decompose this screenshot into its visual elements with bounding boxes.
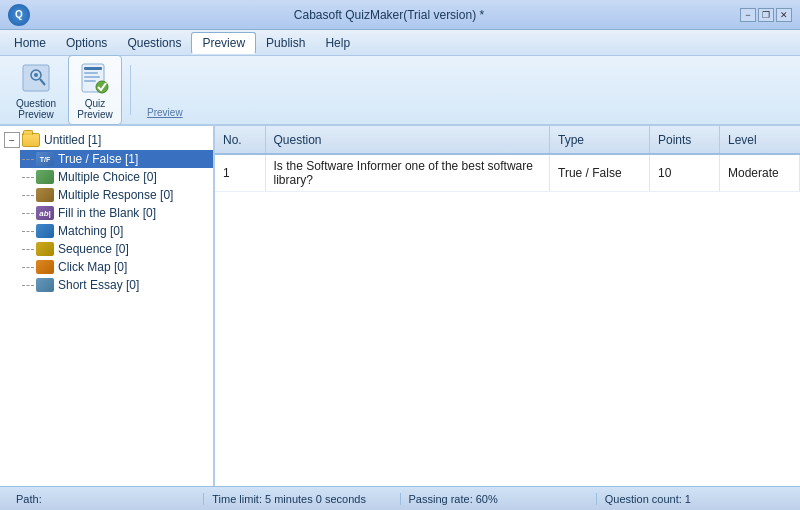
multiple-choice-icon <box>36 170 54 184</box>
dashed-connector-6 <box>22 267 34 268</box>
tree-label-matching: Matching [0] <box>58 224 123 238</box>
status-path: Path: <box>8 493 204 505</box>
menu-bar: Home Options Questions Preview Publish H… <box>0 30 800 56</box>
menu-help[interactable]: Help <box>315 33 360 53</box>
folder-icon <box>22 133 40 147</box>
svg-rect-8 <box>84 80 96 82</box>
table-header-row: No. Question Type Points Level <box>215 126 800 154</box>
dashed-connector-7 <box>22 285 34 286</box>
toolbar-separator <box>130 65 131 115</box>
minimize-button[interactable]: − <box>740 8 756 22</box>
quiz-preview-icon <box>77 60 113 96</box>
toolbar: QuestionPreview QuizPreview Preview <box>0 56 800 126</box>
svg-point-3 <box>34 73 38 77</box>
col-no: No. <box>215 126 265 154</box>
dashed-connector-1 <box>22 177 34 178</box>
tree-root-label: Untitled [1] <box>44 133 101 147</box>
tree-item-multiple-response[interactable]: Multiple Response [0] <box>20 186 213 204</box>
click-map-icon <box>36 260 54 274</box>
menu-home[interactable]: Home <box>4 33 56 53</box>
col-level: Level <box>720 126 800 154</box>
tree-label-true-false: True / False [1] <box>58 152 138 166</box>
tree-item-multiple-choice[interactable]: Multiple Choice [0] <box>20 168 213 186</box>
status-bar: Path: Time limit: 5 minutes 0 seconds Pa… <box>0 486 800 510</box>
short-essay-icon <box>36 278 54 292</box>
cell-question: Is the Software Informer one of the best… <box>265 154 550 192</box>
cell-no: 1 <box>215 154 265 192</box>
matching-icon <box>36 224 54 238</box>
dashed-connector-2 <box>22 195 34 196</box>
menu-publish[interactable]: Publish <box>256 33 315 53</box>
question-preview-icon <box>18 60 54 96</box>
svg-rect-0 <box>23 65 49 91</box>
app-logo: Q <box>8 4 30 26</box>
table-row[interactable]: 1 Is the Software Informer one of the be… <box>215 154 800 192</box>
window-controls: − ❐ ✕ <box>740 8 792 22</box>
questions-table: No. Question Type Points Level 1 Is the … <box>215 126 800 192</box>
tree-item-true-false[interactable]: T/F True / False [1] <box>20 150 213 168</box>
table-area: No. Question Type Points Level 1 Is the … <box>215 126 800 486</box>
tree-label-multiple-response: Multiple Response [0] <box>58 188 173 202</box>
toolbar-section-label: Preview <box>139 105 191 120</box>
app-title: Cabasoft QuizMaker(Trial version) * <box>38 8 740 22</box>
tree-root[interactable]: − Untitled [1] <box>0 130 213 150</box>
title-bar: Q Cabasoft QuizMaker(Trial version) * − … <box>0 0 800 30</box>
multiple-response-icon <box>36 188 54 202</box>
true-false-icon: T/F <box>36 152 54 166</box>
status-question-count: Question count: 1 <box>597 493 792 505</box>
question-preview-label: QuestionPreview <box>16 98 56 120</box>
status-passing-rate: Passing rate: 60% <box>401 493 597 505</box>
dashed-connector-3 <box>22 213 34 214</box>
close-button[interactable]: ✕ <box>776 8 792 22</box>
svg-rect-5 <box>84 67 102 70</box>
tree-label-sequence: Sequence [0] <box>58 242 129 256</box>
menu-options[interactable]: Options <box>56 33 117 53</box>
restore-button[interactable]: ❐ <box>758 8 774 22</box>
fill-blank-icon: ab| <box>36 206 54 220</box>
tree-panel: − Untitled [1] T/F True / False [1] Mult… <box>0 126 215 486</box>
menu-preview[interactable]: Preview <box>191 32 256 54</box>
tree-label-fill-blank: Fill in the Blank [0] <box>58 206 156 220</box>
cell-type: True / False <box>550 154 650 192</box>
tree-item-matching[interactable]: Matching [0] <box>20 222 213 240</box>
tree-label-short-essay: Short Essay [0] <box>58 278 139 292</box>
svg-rect-6 <box>84 72 98 74</box>
tree-label-click-map: Click Map [0] <box>58 260 127 274</box>
question-preview-button[interactable]: QuestionPreview <box>8 56 64 124</box>
col-points: Points <box>650 126 720 154</box>
main-area: − Untitled [1] T/F True / False [1] Mult… <box>0 126 800 486</box>
col-question: Question <box>265 126 550 154</box>
dashed-connector-5 <box>22 249 34 250</box>
tree-toggle[interactable]: − <box>4 132 20 148</box>
cell-level: Moderate <box>720 154 800 192</box>
tree-item-short-essay[interactable]: Short Essay [0] <box>20 276 213 294</box>
tree-item-sequence[interactable]: Sequence [0] <box>20 240 213 258</box>
col-type: Type <box>550 126 650 154</box>
tree-item-click-map[interactable]: Click Map [0] <box>20 258 213 276</box>
dashed-connector-0 <box>22 159 34 160</box>
quiz-preview-label: QuizPreview <box>77 98 113 120</box>
tree-item-fill-blank[interactable]: ab| Fill in the Blank [0] <box>20 204 213 222</box>
tree-children: T/F True / False [1] Multiple Choice [0]… <box>0 150 213 294</box>
quiz-preview-button[interactable]: QuizPreview <box>68 55 122 125</box>
cell-points: 10 <box>650 154 720 192</box>
svg-rect-7 <box>84 76 100 78</box>
dashed-connector-4 <box>22 231 34 232</box>
tree-label-multiple-choice: Multiple Choice [0] <box>58 170 157 184</box>
status-time-limit: Time limit: 5 minutes 0 seconds <box>204 493 400 505</box>
menu-questions[interactable]: Questions <box>117 33 191 53</box>
sequence-icon <box>36 242 54 256</box>
